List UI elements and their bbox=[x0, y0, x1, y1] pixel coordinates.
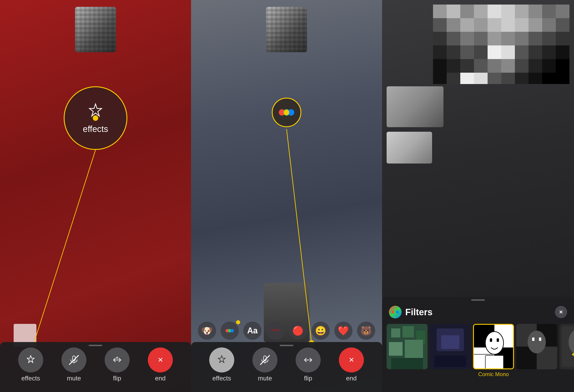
svg-rect-31 bbox=[474, 18, 488, 32]
emoji-swirl[interactable]: 🔴 bbox=[289, 322, 307, 340]
svg-rect-91 bbox=[434, 356, 466, 367]
svg-rect-27 bbox=[556, 4, 570, 18]
svg-rect-48 bbox=[433, 45, 447, 59]
svg-rect-75 bbox=[529, 73, 542, 84]
effects-icon bbox=[25, 355, 36, 365]
svg-rect-77 bbox=[556, 73, 570, 84]
flip-button[interactable]: flip bbox=[105, 348, 130, 382]
filter-thumb-2[interactable] bbox=[430, 324, 471, 369]
svg-rect-47 bbox=[556, 32, 570, 45]
filter-thumb-5[interactable] bbox=[559, 324, 574, 369]
effects-button[interactable]: effects bbox=[18, 348, 43, 382]
svg-rect-99 bbox=[497, 338, 499, 342]
filter-thumb-comic-mono[interactable] bbox=[473, 324, 514, 369]
filters-title: Filters bbox=[405, 307, 551, 317]
svg-rect-51 bbox=[474, 45, 488, 59]
flip-button-2[interactable]: flip bbox=[296, 348, 321, 382]
filter-thumb-img-comic-mono bbox=[474, 325, 514, 369]
svg-rect-59 bbox=[447, 59, 460, 73]
emoji-text[interactable]: Aa bbox=[243, 322, 262, 340]
emoji-face[interactable]: 😀 bbox=[311, 322, 330, 340]
mute-label: mute bbox=[67, 375, 81, 382]
x-icon-2: ✕ bbox=[349, 356, 354, 363]
filter-item-4 bbox=[516, 324, 557, 369]
svg-rect-100 bbox=[485, 355, 504, 369]
effects-icon-circle-2 bbox=[209, 348, 234, 373]
svg-rect-38 bbox=[433, 32, 447, 45]
svg-rect-53 bbox=[501, 45, 515, 59]
svg-rect-28 bbox=[433, 18, 447, 32]
svg-rect-30 bbox=[460, 18, 474, 32]
emoji-bear[interactable]: 🐻 bbox=[357, 322, 375, 340]
drag-handle bbox=[89, 345, 102, 346]
filter-item-1 bbox=[387, 324, 428, 369]
svg-rect-108 bbox=[532, 337, 534, 341]
flip-label-2: flip bbox=[304, 375, 312, 382]
svg-rect-33 bbox=[501, 18, 515, 32]
filters-drag-handle bbox=[471, 299, 485, 301]
svg-rect-22 bbox=[488, 4, 501, 18]
filter-item-comic-mono: Comic Mono bbox=[473, 324, 514, 377]
svg-rect-67 bbox=[556, 59, 570, 73]
svg-rect-58 bbox=[433, 59, 447, 73]
svg-rect-32 bbox=[488, 18, 501, 32]
filter-thumb-img-1 bbox=[387, 324, 428, 369]
effects-bubble-annotation: effects bbox=[64, 86, 127, 150]
mute-button[interactable]: mute bbox=[62, 348, 86, 382]
flip-label: flip bbox=[113, 375, 121, 382]
drag-handle-2 bbox=[280, 345, 293, 346]
filter-item-5 bbox=[559, 324, 574, 369]
emoji-dog[interactable]: 🐶 bbox=[198, 322, 216, 340]
svg-rect-68 bbox=[433, 73, 447, 84]
emoji-heart[interactable]: ❤️ bbox=[334, 322, 352, 340]
end-label: end bbox=[155, 375, 166, 382]
mute-button-2[interactable]: mute bbox=[252, 348, 277, 382]
svg-point-80 bbox=[396, 311, 399, 314]
filters-header: Filters × bbox=[389, 306, 567, 318]
svg-rect-20 bbox=[460, 4, 474, 18]
end-button[interactable]: ✕ end bbox=[148, 348, 173, 382]
filter-thumb-img-4 bbox=[516, 324, 557, 369]
svg-rect-61 bbox=[474, 59, 488, 73]
svg-rect-19 bbox=[447, 4, 460, 18]
filters-icon-circle bbox=[389, 306, 402, 318]
svg-rect-74 bbox=[515, 73, 529, 84]
mute-label-2: mute bbox=[258, 375, 272, 382]
effects-label-2: effects bbox=[212, 375, 231, 382]
svg-rect-62 bbox=[488, 59, 501, 73]
svg-rect-29 bbox=[447, 18, 460, 32]
x-icon: ✕ bbox=[158, 356, 163, 363]
filters-close-button[interactable]: × bbox=[555, 306, 567, 318]
end-icon-circle-2: ✕ bbox=[339, 348, 364, 373]
svg-rect-49 bbox=[447, 45, 460, 59]
svg-rect-50 bbox=[460, 45, 474, 59]
emoji-colors[interactable] bbox=[221, 322, 239, 340]
filter-row: Comic Mono bbox=[382, 324, 574, 385]
svg-point-97 bbox=[485, 332, 504, 354]
flip-icon-2 bbox=[303, 355, 314, 365]
p3-block-1 bbox=[387, 86, 443, 127]
panel-1: effects effects bbox=[0, 0, 191, 392]
filter-thumb-4[interactable] bbox=[516, 324, 557, 369]
emoji-wave[interactable]: 〰 bbox=[266, 322, 284, 340]
svg-rect-26 bbox=[542, 4, 556, 18]
end-button-2[interactable]: ✕ end bbox=[339, 348, 364, 382]
flip-icon-circle bbox=[105, 348, 130, 373]
color-dots-icon bbox=[277, 106, 296, 119]
svg-rect-18 bbox=[433, 4, 447, 18]
svg-rect-54 bbox=[515, 45, 529, 59]
color-dots-bubble[interactable] bbox=[272, 98, 301, 127]
filter-thumb-1[interactable] bbox=[387, 324, 428, 369]
svg-rect-83 bbox=[403, 326, 414, 337]
svg-point-5 bbox=[116, 357, 118, 358]
effects-button-2[interactable]: effects bbox=[209, 348, 234, 382]
close-icon: × bbox=[559, 308, 563, 316]
svg-rect-87 bbox=[391, 358, 423, 369]
svg-rect-55 bbox=[529, 45, 542, 59]
pixelated-mosaic bbox=[433, 4, 570, 84]
svg-rect-86 bbox=[405, 340, 423, 358]
svg-rect-69 bbox=[447, 73, 460, 84]
svg-rect-23 bbox=[501, 4, 515, 18]
svg-point-107 bbox=[528, 331, 546, 353]
effects-label: effects bbox=[21, 375, 40, 382]
